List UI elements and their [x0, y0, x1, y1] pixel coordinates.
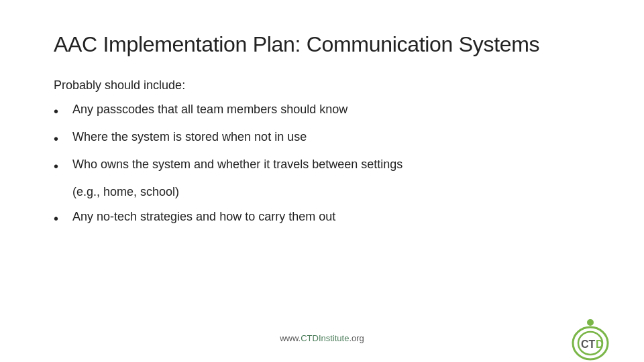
footer-url-prefix: www.	[280, 333, 301, 343]
svg-point-4	[587, 319, 594, 326]
slide-title: AAC Implementation Plan: Communication S…	[54, 32, 590, 57]
list-item: • Where the system is stored when not in…	[54, 128, 590, 149]
bullet-text: Any passcodes that all team members shou…	[72, 101, 590, 119]
list-item: • Any passcodes that all team members sh…	[54, 101, 590, 121]
slide: AAC Implementation Plan: Communication S…	[0, 0, 644, 362]
intro-text: Probably should include:	[54, 78, 590, 93]
bullet-list: • Any passcodes that all team members sh…	[54, 101, 590, 229]
footer-url-brand: CTDInstitute	[301, 333, 349, 343]
ctd-logo: CT D	[555, 315, 604, 350]
bullet-dot: •	[54, 208, 72, 229]
svg-text:D: D	[596, 339, 604, 350]
bullet-dot: •	[54, 128, 72, 149]
list-item: • Any no-tech strategies and how to carr…	[54, 208, 590, 229]
bullet-continuation-text: (e.g., home, school)	[72, 183, 590, 201]
footer: www.CTDInstitute.org	[0, 333, 644, 343]
bullet-dot: •	[54, 156, 72, 176]
bullet-text: Who owns the system and whether it trave…	[72, 156, 590, 174]
list-item: • Who owns the system and whether it tra…	[54, 156, 590, 176]
list-item-continuation: (e.g., home, school)	[54, 183, 590, 201]
bullet-dot: •	[54, 101, 72, 121]
footer-url-suffix: .org	[349, 333, 364, 343]
bullet-text: Any no-tech strategies and how to carry …	[72, 208, 590, 226]
footer-url: www.CTDInstitute.org	[280, 333, 364, 343]
svg-text:CT: CT	[581, 339, 596, 350]
bullet-text: Where the system is stored when not in u…	[72, 128, 590, 146]
